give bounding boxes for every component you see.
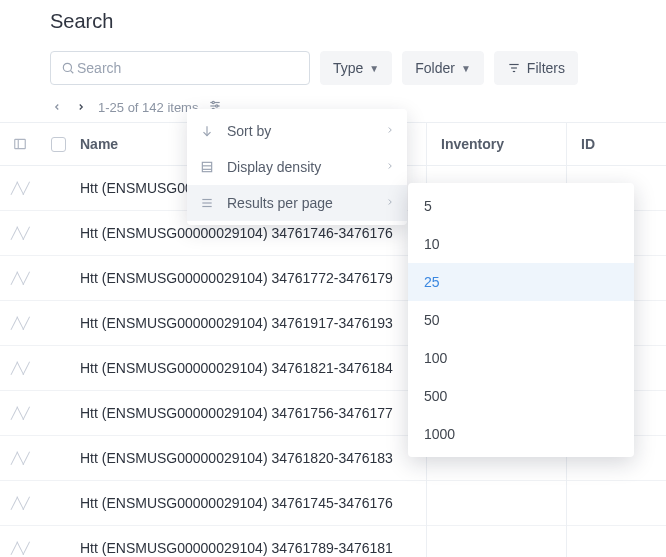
pager-prev-button[interactable] xyxy=(50,100,64,115)
row-type-icon: ╱╲╱ xyxy=(0,436,40,480)
filters-label: Filters xyxy=(527,60,565,76)
row-id xyxy=(566,526,666,557)
row-name: Htt (ENSMUSG00000029104) 34761756-347617… xyxy=(76,405,426,421)
type-filter-button[interactable]: Type ▼ xyxy=(320,51,392,85)
results-option-1000[interactable]: 1000 xyxy=(408,415,634,453)
select-all-checkbox[interactable] xyxy=(51,137,66,152)
folder-filter-button[interactable]: Folder ▼ xyxy=(402,51,484,85)
row-type-icon: ╱╲╱ xyxy=(0,526,40,557)
row-inventory xyxy=(426,481,566,525)
menu-item-label: Results per page xyxy=(227,195,333,211)
row-type-icon: ╱╲╱ xyxy=(0,256,40,300)
column-inventory-header[interactable]: Inventory xyxy=(426,123,566,165)
folder-filter-label: Folder xyxy=(415,60,455,76)
search-icon xyxy=(61,61,75,75)
row-name: Htt (ENSMUSG00000029104) 34761917-347619… xyxy=(76,315,426,331)
row-name: Htt (ENSMUSG00000029104) 34761789-347618… xyxy=(76,540,426,556)
search-input[interactable] xyxy=(75,59,299,77)
filters-icon xyxy=(507,61,521,75)
results-option-50[interactable]: 50 xyxy=(408,301,634,339)
settings-menu: Sort by Display density Results per page xyxy=(187,109,407,225)
svg-point-8 xyxy=(216,105,218,107)
row-name: Htt (ENSMUSG00000029104) 34761820-347618… xyxy=(76,450,426,466)
list-icon xyxy=(199,196,215,210)
controls-row: Type ▼ Folder ▼ Filters xyxy=(50,51,666,85)
results-per-page-menu: 51025501005001000 xyxy=(408,183,634,457)
pager-range-text: 1-25 of 142 items xyxy=(98,100,198,115)
chevron-right-icon xyxy=(385,196,395,210)
svg-point-0 xyxy=(63,63,71,71)
results-option-25[interactable]: 25 xyxy=(408,263,634,301)
results-option-100[interactable]: 100 xyxy=(408,339,634,377)
row-inventory xyxy=(426,526,566,557)
caret-down-icon: ▼ xyxy=(461,63,471,74)
menu-item-display-density[interactable]: Display density xyxy=(187,149,407,185)
results-option-500[interactable]: 500 xyxy=(408,377,634,415)
density-icon xyxy=(199,160,215,174)
select-all-checkbox-cell xyxy=(40,134,76,155)
chevron-right-icon xyxy=(385,160,395,174)
menu-item-results-per-page[interactable]: Results per page xyxy=(187,185,407,221)
row-type-icon: ╱╲╱ xyxy=(0,346,40,390)
results-option-5[interactable]: 5 xyxy=(408,187,634,225)
menu-item-sort-by[interactable]: Sort by xyxy=(187,113,407,149)
row-name: Htt (ENSMUSG00000029104) 34761772-347617… xyxy=(76,270,426,286)
search-input-wrapper[interactable] xyxy=(50,51,310,85)
caret-down-icon: ▼ xyxy=(369,63,379,74)
row-type-icon: ╱╲╱ xyxy=(0,301,40,345)
svg-line-1 xyxy=(71,71,74,74)
type-filter-label: Type xyxy=(333,60,363,76)
row-type-icon: ╱╲╱ xyxy=(0,211,40,255)
filters-button[interactable]: Filters xyxy=(494,51,578,85)
row-type-icon: ╱╲╱ xyxy=(0,481,40,525)
pager-next-button[interactable] xyxy=(74,100,88,115)
results-option-10[interactable]: 10 xyxy=(408,225,634,263)
row-type-icon: ╱╲╱ xyxy=(0,391,40,435)
row-name: Htt (ENSMUSG00000029104) 34761821-347618… xyxy=(76,360,426,376)
column-layout-button[interactable] xyxy=(0,137,40,151)
svg-rect-14 xyxy=(202,162,211,171)
sort-icon xyxy=(199,124,215,138)
svg-rect-11 xyxy=(15,139,26,148)
menu-item-label: Display density xyxy=(227,159,321,175)
svg-point-6 xyxy=(213,101,215,103)
row-id xyxy=(566,481,666,525)
chevron-right-icon xyxy=(385,124,395,138)
row-name: Htt (ENSMUSG00000029104) 34761746-347617… xyxy=(76,225,426,241)
menu-item-label: Sort by xyxy=(227,123,271,139)
column-id-header[interactable]: ID xyxy=(566,123,666,165)
page-title: Search xyxy=(50,10,666,33)
row-type-icon: ╱╲╱ xyxy=(0,166,40,210)
row-name: Htt (ENSMUSG00000029104) 34761745-347617… xyxy=(76,495,426,511)
